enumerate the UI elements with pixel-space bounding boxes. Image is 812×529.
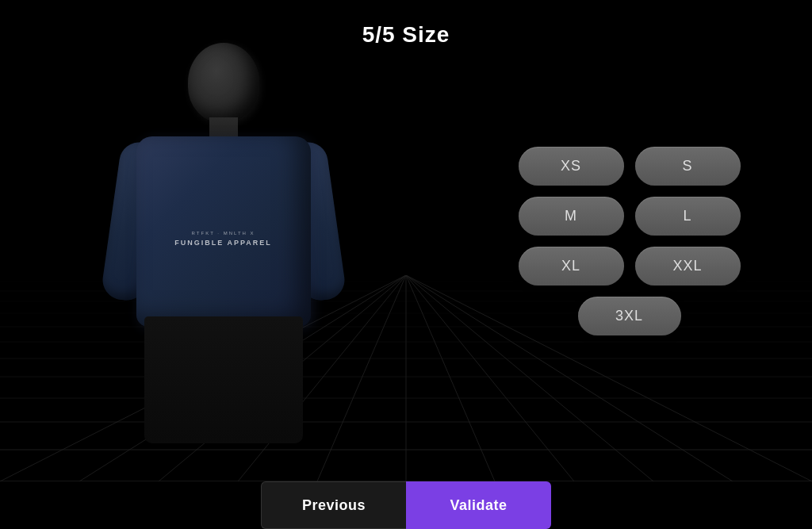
mannequin-lower — [144, 316, 303, 443]
size-btn-3xl[interactable]: 3XL — [578, 297, 681, 335]
size-grid: XS S M L XL XXL 3XL — [519, 147, 741, 335]
mannequin-area: RTFKT · MNLTH X FUNGIBLE APPAREL — [0, 0, 446, 481]
brand-large-label: FUNGIBLE APPAREL — [174, 237, 272, 248]
previous-button[interactable]: Previous — [261, 481, 406, 529]
mannequin-torso: RTFKT · MNLTH X FUNGIBLE APPAREL — [136, 136, 311, 327]
size-btn-l[interactable]: L — [635, 197, 741, 236]
sweatshirt-text: RTFKT · MNLTH X FUNGIBLE APPAREL — [174, 229, 272, 248]
size-btn-xxl[interactable]: XXL — [635, 247, 741, 286]
size-3xl-row: 3XL — [519, 297, 741, 335]
scene: 5/5 Size RTFKT · MNLTH X FUNGIBLE APPARE… — [0, 0, 812, 529]
size-panel: XS S M L XL XXL 3XL — [446, 0, 812, 481]
size-btn-s[interactable]: S — [635, 147, 741, 186]
size-btn-m[interactable]: M — [519, 197, 624, 236]
size-btn-xs[interactable]: XS — [519, 147, 624, 186]
validate-button[interactable]: Validate — [406, 481, 551, 529]
mannequin-head — [188, 43, 259, 122]
bottom-nav: Previous Validate — [0, 481, 812, 529]
brand-small-label: RTFKT · MNLTH X — [174, 229, 272, 237]
mannequin-figure: RTFKT · MNLTH X FUNGIBLE APPAREL — [97, 35, 350, 447]
size-btn-xl[interactable]: XL — [519, 247, 624, 286]
